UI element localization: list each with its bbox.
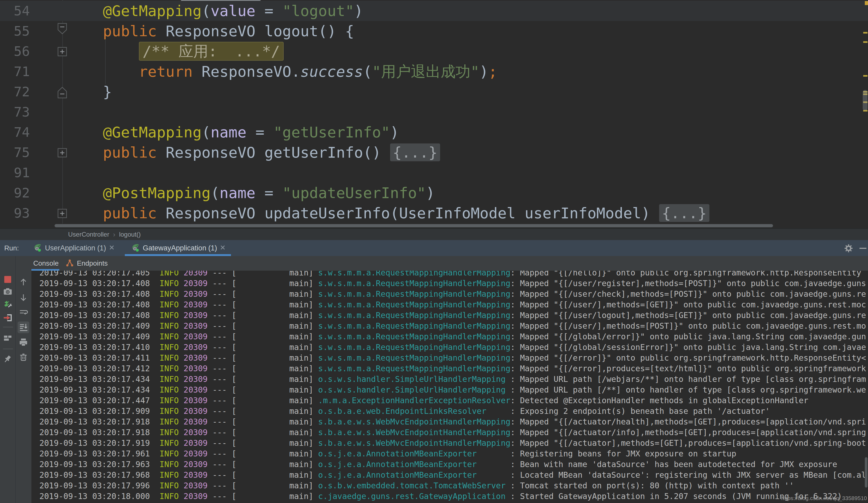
pin-icon[interactable] [2, 354, 13, 365]
line-number: 74 [0, 122, 30, 142]
console-log-line: 2019-09-13 03:20:17.963 INFO 20309 --- [… [39, 459, 868, 470]
code-lines: 54@GetMapping(value = "logout")55public … [0, 1, 868, 223]
exit-icon[interactable] [2, 312, 13, 323]
scroll-to-end-icon[interactable] [18, 321, 29, 333]
hide-toolwindow-icon[interactable] [859, 248, 866, 249]
breadcrumb-chevron-icon: › [113, 230, 115, 239]
run-tab-label: GatewayApplication (1) [143, 244, 217, 252]
soft-wrap-icon[interactable] [18, 307, 29, 318]
code-text: public ResponseVO updateUserInfo(UserInf… [67, 203, 710, 223]
console-log-line: 2019-09-13 03:20:17.447 INFO 20309 --- [… [39, 395, 868, 406]
spring-boot-run-icon [131, 243, 140, 253]
line-number: 54 [0, 1, 30, 21]
console-log-line: 2019-09-13 03:20:17.409 INFO 20309 --- [… [39, 331, 868, 342]
code-text: public ResponseVO getUserInfo() {...} [67, 142, 440, 163]
stop-icon[interactable] [2, 274, 13, 285]
run-toolbar [0, 256, 31, 503]
code-text: } [67, 82, 112, 102]
watermark: https://blog.csdn.net/qq_33589510 [781, 495, 867, 501]
tab-console-label: Console [33, 259, 59, 267]
fold-plus-icon[interactable] [57, 203, 68, 218]
code-text: @GetMapping(name = "getUserInfo") [67, 122, 399, 142]
console-log-line: 2019-09-13 03:20:17.412 INFO 20309 --- [… [39, 363, 868, 374]
line-number: 92 [0, 183, 30, 203]
code-text: /** 应用: ...*/ [67, 41, 284, 61]
line-number: 72 [0, 82, 30, 102]
breadcrumb-method[interactable]: logout() [119, 231, 141, 238]
code-line-72: 72} [0, 82, 868, 102]
console-log: 2019-09-13 03:20:17.405 INFO 20309 --- [… [31, 271, 868, 502]
code-line-92: 92@PostMapping(name = "updateUserInfo") [0, 183, 868, 203]
code-line-91: 91 [0, 163, 868, 183]
warning-stripe-mark[interactable] [863, 32, 867, 33]
code-line-75: 75public ResponseVO getUserInfo() {...} [0, 142, 868, 163]
inspection-status-icon[interactable] [865, 1, 868, 5]
warning-stripe-mark[interactable] [863, 41, 867, 43]
fold-plus-icon[interactable] [57, 41, 68, 57]
console-log-line: 2019-09-13 03:20:17.918 INFO 20309 --- [… [39, 427, 868, 438]
run-toolwindow-header: Run: UserApplication (1) G [0, 240, 868, 256]
code-text: return ResponseVO.success("用户退出成功"); [67, 61, 497, 82]
run-view-tabbar: Console Endpoints [0, 256, 868, 271]
toolbar-separator [3, 327, 13, 327]
code-text: public ResponseVO logout() { [67, 21, 354, 41]
console-log-line: 2019-09-13 03:20:17.411 INFO 20309 --- [… [39, 353, 868, 363]
code-editor[interactable]: 54@GetMapping(value = "logout")55public … [0, 0, 868, 228]
breadcrumb-class[interactable]: UserController [68, 231, 110, 238]
editor-horizontal-scrollbar[interactable] [54, 224, 773, 227]
run-tab-userapplication[interactable]: UserApplication (1) [27, 240, 120, 256]
line-number: 56 [0, 41, 30, 61]
toolbar-divider [15, 256, 16, 503]
restore-layout-icon[interactable] [2, 333, 13, 343]
endpoints-icon [66, 259, 74, 268]
console-log-line: 2019-09-13 03:20:17.434 INFO 20309 --- [… [39, 384, 868, 395]
up-stack-trace-icon[interactable] [18, 277, 29, 287]
close-icon[interactable] [110, 245, 114, 251]
code-line-54: 54@GetMapping(value = "logout") [0, 1, 868, 21]
console-log-line: 2019-09-13 03:20:17.918 INFO 20309 --- [… [39, 417, 868, 427]
code-line-56: 56/** 应用: ...*/ [0, 41, 868, 61]
thread-dump-camera-icon[interactable] [2, 286, 13, 297]
code-line-55: 55public ResponseVO logout() { [0, 21, 868, 41]
console-log-line: 2019-09-13 03:20:17.408 INFO 20309 --- [… [39, 299, 868, 310]
line-number: 91 [0, 163, 30, 183]
console-log-line: 2019-09-13 03:20:17.909 INFO 20309 --- [… [39, 406, 868, 417]
code-line-71: 71return ResponseVO.success("用户退出成功"); [0, 61, 868, 82]
run-tab-label: UserApplication (1) [45, 244, 106, 252]
console-log-line: 2019-09-13 03:20:17.408 INFO 20309 --- [… [39, 278, 868, 289]
gear-icon[interactable] [844, 244, 853, 254]
code-text: @PostMapping(name = "updateUserInfo") [67, 183, 435, 203]
down-stack-trace-icon[interactable] [18, 292, 29, 303]
clear-all-trash-icon[interactable] [18, 352, 29, 362]
console-log-line: 2019-09-13 03:20:17.410 INFO 20309 --- [… [39, 342, 868, 353]
fold-plus-icon[interactable] [57, 142, 68, 158]
code-text: @GetMapping(value = "logout") [67, 1, 363, 21]
console-log-line: 2019-09-13 03:20:17.996 INFO 20309 --- [… [39, 480, 868, 491]
console-log-line: 2019-09-13 03:20:17.961 INFO 20309 --- [… [39, 449, 868, 459]
code-line-73: 73 [0, 102, 868, 122]
update-application-icon[interactable] [2, 299, 13, 310]
editor-vertical-scrollbar[interactable] [863, 90, 867, 111]
console-log-line: 2019-09-13 03:20:17.409 INFO 20309 --- [… [39, 321, 868, 331]
print-icon[interactable] [18, 337, 29, 348]
console-log-line: 2019-09-13 03:20:17.408 INFO 20309 --- [… [39, 289, 868, 299]
console-output[interactable]: 2019-09-13 03:20:17.405 INFO 20309 --- [… [31, 271, 868, 503]
warning-stripe-mark[interactable] [863, 75, 867, 76]
run-tab-gatewayapplication[interactable]: GatewayApplication (1) [125, 240, 231, 256]
fold-start-icon[interactable] [57, 21, 68, 35]
console-log-line: 2019-09-13 03:20:18.000 INFO 20309 --- [… [39, 491, 868, 502]
tab-endpoints-label: Endpoints [77, 259, 108, 267]
console-log-line: 2019-09-13 03:20:17.434 INFO 20309 --- [… [39, 374, 868, 384]
tab-endpoints[interactable]: Endpoints [66, 256, 108, 271]
spring-boot-run-icon [33, 243, 42, 253]
line-number: 73 [0, 102, 30, 122]
fold-end-icon[interactable] [57, 82, 68, 99]
line-number: 93 [0, 203, 30, 223]
code-line-74: 74@GetMapping(name = "getUserInfo") [0, 122, 868, 142]
breadcrumb: UserController › logout() [0, 228, 868, 240]
line-number: 55 [0, 21, 30, 41]
console-vertical-scrollbar[interactable] [865, 457, 867, 487]
toolbar-separator [3, 349, 13, 349]
close-icon[interactable] [220, 245, 225, 251]
console-log-line: 2019-09-13 03:20:17.919 INFO 20309 --- [… [39, 438, 868, 449]
